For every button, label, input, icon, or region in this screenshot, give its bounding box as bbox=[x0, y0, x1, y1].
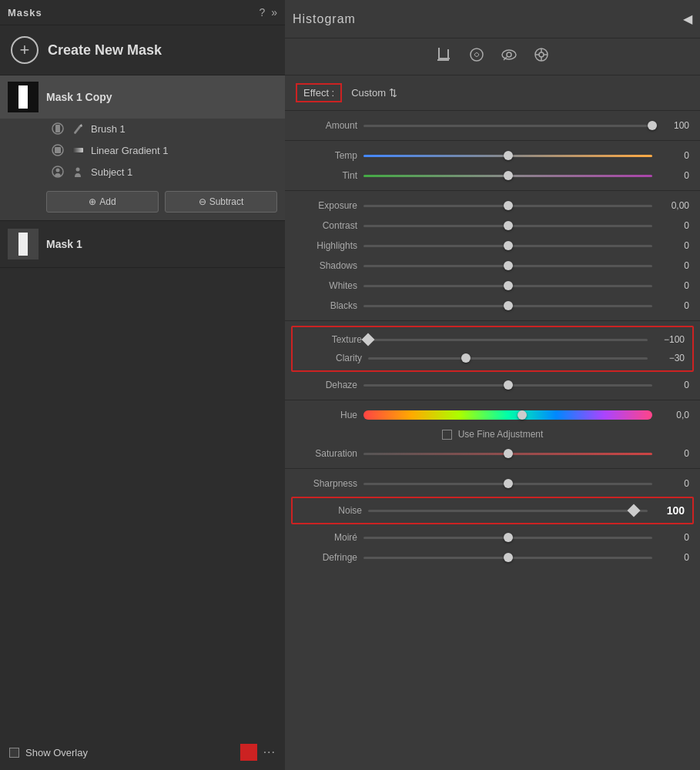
whites-track-wrap[interactable] bbox=[363, 280, 652, 292]
panel-header: Masks ? » bbox=[0, 0, 285, 25]
defringe-track-wrap[interactable] bbox=[363, 551, 652, 564]
amount-track-wrap[interactable] bbox=[363, 119, 652, 132]
exposure-value: 0,00 bbox=[658, 200, 689, 211]
highlights-label: Highlights bbox=[296, 240, 357, 251]
defringe-label: Defringe bbox=[296, 552, 357, 563]
more-icon[interactable]: » bbox=[271, 6, 277, 18]
sharpness-track-wrap[interactable] bbox=[363, 477, 652, 490]
blacks-thumb[interactable] bbox=[504, 301, 513, 310]
whites-row: Whites 0 bbox=[285, 276, 700, 296]
overlay-more-button[interactable]: ··· bbox=[263, 745, 276, 759]
svg-rect-7 bbox=[72, 148, 83, 152]
create-new-mask-button[interactable]: + Create New Mask bbox=[0, 25, 285, 75]
temp-thumb[interactable] bbox=[504, 151, 513, 160]
show-overlay-checkbox[interactable] bbox=[9, 748, 19, 758]
texture-track-wrap[interactable] bbox=[368, 333, 648, 346]
tint-track-wrap[interactable] bbox=[363, 169, 652, 182]
moire-track-wrap[interactable] bbox=[363, 531, 652, 544]
defringe-track bbox=[363, 557, 652, 559]
noise-thumb[interactable] bbox=[627, 504, 640, 517]
hue-track-wrap[interactable] bbox=[363, 409, 652, 421]
clarity-thumb[interactable] bbox=[461, 353, 471, 363]
mask-1-copy-sub-items: Brush 1 Linear Gradient 1 bbox=[0, 119, 285, 186]
highlights-thumb[interactable] bbox=[504, 241, 513, 250]
highlights-track bbox=[363, 245, 652, 247]
moire-row: Moiré 0 bbox=[285, 527, 700, 547]
effect-dropdown[interactable]: Custom ⇅ bbox=[351, 87, 397, 99]
moire-thumb[interactable] bbox=[504, 533, 513, 542]
hue-thumb[interactable] bbox=[517, 410, 527, 420]
svg-point-10 bbox=[76, 168, 80, 172]
sharpness-track bbox=[363, 483, 652, 485]
sharpness-thumb[interactable] bbox=[504, 479, 513, 488]
subtract-label: Subtract bbox=[209, 196, 244, 207]
amount-thumb[interactable] bbox=[648, 121, 657, 130]
temp-track bbox=[363, 155, 652, 157]
subject-person-icon bbox=[71, 165, 85, 179]
brush-1-label: Brush 1 bbox=[91, 123, 126, 135]
subtract-button[interactable]: ⊖ Subtract bbox=[165, 191, 277, 213]
fine-adjustment-row: Use Fine Adjustment bbox=[285, 425, 700, 444]
sharpness-row: Sharpness 0 bbox=[285, 474, 700, 494]
exposure-thumb[interactable] bbox=[504, 201, 513, 210]
crop-icon[interactable] bbox=[436, 46, 453, 67]
svg-point-14 bbox=[471, 49, 483, 61]
blacks-row: Blacks 0 bbox=[285, 296, 700, 316]
whites-label: Whites bbox=[296, 280, 357, 291]
saturation-track bbox=[363, 453, 652, 455]
contrast-track-wrap[interactable] bbox=[363, 219, 652, 232]
fine-adjustment-checkbox[interactable] bbox=[442, 430, 452, 440]
clarity-track-wrap[interactable] bbox=[368, 352, 648, 364]
whites-thumb[interactable] bbox=[504, 281, 513, 290]
blacks-label: Blacks bbox=[296, 300, 357, 311]
temp-track-wrap[interactable] bbox=[363, 149, 652, 162]
dehaze-thumb[interactable] bbox=[504, 380, 513, 390]
right-panel: Histogram ◀ bbox=[285, 0, 700, 770]
mask-1-copy-item[interactable]: Mask 1 Copy bbox=[0, 75, 285, 119]
clarity-label: Clarity bbox=[300, 353, 362, 363]
tint-thumb[interactable] bbox=[504, 171, 513, 180]
mask-1-copy-group: Mask 1 Copy Brush 1 bbox=[0, 75, 285, 221]
contrast-track bbox=[363, 225, 652, 227]
hue-row: Hue 0,0 bbox=[285, 405, 700, 425]
defringe-thumb[interactable] bbox=[504, 553, 513, 562]
heal-icon[interactable] bbox=[468, 46, 485, 67]
dehaze-label: Dehaze bbox=[296, 380, 357, 390]
filter-icon[interactable] bbox=[533, 46, 550, 67]
shadows-track-wrap[interactable] bbox=[363, 259, 652, 272]
blacks-track-wrap[interactable] bbox=[363, 300, 652, 312]
help-icon[interactable]: ? bbox=[259, 6, 265, 18]
add-button[interactable]: ⊕ Add bbox=[46, 191, 159, 213]
effect-row: Effect : Custom ⇅ bbox=[285, 75, 700, 111]
noise-value: 100 bbox=[654, 504, 685, 517]
collapse-arrow[interactable]: ◀ bbox=[683, 12, 692, 26]
overlay-color-swatch[interactable] bbox=[240, 744, 257, 761]
noise-label: Noise bbox=[300, 505, 362, 516]
exposure-label: Exposure bbox=[296, 200, 357, 211]
svg-point-2 bbox=[18, 85, 28, 93]
saturation-row: Saturation 0 bbox=[285, 444, 700, 464]
clarity-value: −30 bbox=[654, 353, 685, 363]
contrast-thumb[interactable] bbox=[504, 221, 513, 230]
saturation-track-wrap[interactable] bbox=[363, 447, 652, 460]
linear-gradient-1-item[interactable]: Linear Gradient 1 bbox=[46, 140, 277, 160]
mask-1-item[interactable]: Mask 1 bbox=[0, 221, 285, 268]
exposure-track-wrap[interactable] bbox=[363, 199, 652, 212]
add-icon: ⊕ bbox=[89, 196, 96, 207]
subject-1-item[interactable]: Subject 1 bbox=[46, 162, 277, 182]
subtract-icon: ⊖ bbox=[199, 196, 206, 207]
dehaze-track-wrap[interactable] bbox=[363, 379, 652, 391]
tint-track bbox=[363, 175, 652, 177]
fine-adjustment-label: Use Fine Adjustment bbox=[458, 429, 544, 440]
mask-1-thumb bbox=[8, 229, 39, 259]
mask-eye-icon[interactable] bbox=[501, 46, 517, 67]
shadows-thumb[interactable] bbox=[504, 261, 513, 270]
noise-track-wrap[interactable] bbox=[368, 504, 648, 517]
noise-track bbox=[368, 510, 648, 512]
brush-1-item[interactable]: Brush 1 bbox=[46, 119, 277, 139]
highlights-track-wrap[interactable] bbox=[363, 239, 652, 252]
saturation-thumb[interactable] bbox=[504, 449, 513, 458]
amount-track bbox=[363, 125, 652, 127]
texture-thumb[interactable] bbox=[362, 333, 375, 346]
svg-point-13 bbox=[18, 233, 28, 240]
